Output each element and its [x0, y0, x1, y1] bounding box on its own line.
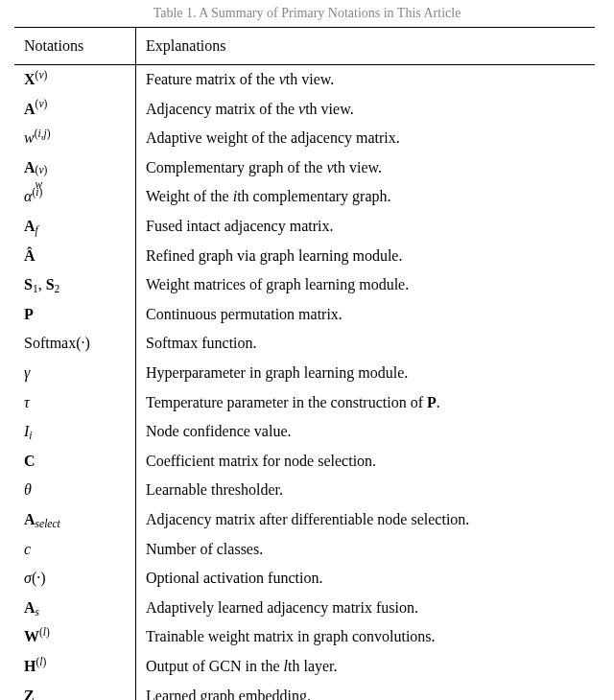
explanation-cell: Node confidence value.: [136, 417, 596, 447]
explanation-cell: Output of GCN in the lth layer.: [136, 651, 596, 681]
header-explanations: Explanations: [136, 28, 596, 65]
explanation-cell: Learnable thresholder.: [136, 476, 596, 505]
explanation-cell: Softmax function.: [136, 329, 596, 359]
explanation-cell: Complementary graph of the vth view.: [136, 152, 596, 182]
notation-cell: α(i): [14, 182, 136, 212]
notation-cell: Z: [14, 681, 136, 700]
explanation-cell: Weight of the ith complementary graph.: [136, 182, 596, 212]
notation-cell: A(v): [14, 94, 136, 124]
notation-cell: c: [14, 534, 136, 564]
explanation-cell: Coefficient matrix for node selection.: [136, 446, 596, 476]
notation-cell: Â: [14, 241, 136, 270]
notation-cell: P: [14, 299, 136, 329]
notation-cell: γ: [14, 359, 136, 388]
table-row: AfFused intact adjacency matrix.: [14, 212, 595, 242]
table-row: H(l)Output of GCN in the lth layer.: [14, 651, 595, 681]
table-row: Softmax(·)Softmax function.: [14, 329, 595, 359]
table-row: AsAdaptively learned adjacency matrix fu…: [14, 593, 595, 622]
table-row: α(i)Weight of the ith complementary grap…: [14, 182, 595, 212]
notation-cell: σ(·): [14, 564, 136, 594]
table-row: σ(·)Optional activation function.: [14, 564, 595, 594]
notation-cell: S1, S2: [14, 270, 136, 300]
notation-cell: Ii: [14, 417, 136, 447]
notation-table: NotationsExplanationsX(v)Feature matrix …: [14, 27, 595, 700]
notation-cell: Softmax(·): [14, 329, 136, 359]
table-header-row: NotationsExplanations: [14, 28, 595, 65]
table-row: τTemperature parameter in the constructi…: [14, 387, 595, 417]
explanation-cell: Adaptive weight of the adjacency matrix.: [136, 124, 596, 153]
explanation-cell: Fused intact adjacency matrix.: [136, 212, 596, 242]
table-row: A(v)wComplementary graph of the vth view…: [14, 152, 595, 182]
explanation-cell: Learned graph embedding.: [136, 681, 596, 700]
table-row: θLearnable thresholder.: [14, 476, 595, 505]
explanation-cell: Adjacency matrix after differentiable no…: [136, 505, 596, 535]
notation-cell: X(v): [14, 64, 136, 94]
table-row: cNumber of classes.: [14, 534, 595, 564]
table-row: A(v)Adjacency matrix of the vth view.: [14, 94, 595, 124]
notation-cell: w(i,j): [14, 124, 136, 153]
table-row: w(i,j)Adaptive weight of the adjacency m…: [14, 124, 595, 153]
table-row: S1, S2Weight matrices of graph learning …: [14, 270, 595, 300]
table-row: ZLearned graph embedding.: [14, 681, 595, 700]
notation-cell: A(v)w: [14, 152, 136, 182]
notation-cell: C: [14, 446, 136, 476]
table-row: PContinuous permutation matrix.: [14, 299, 595, 329]
notation-cell: H(l): [14, 651, 136, 681]
table-caption: Table 1. A Summary of Primary Notations …: [0, 0, 614, 27]
header-notations: Notations: [14, 28, 136, 65]
explanation-cell: Adaptively learned adjacency matrix fusi…: [136, 593, 596, 622]
notation-cell: Af: [14, 212, 136, 242]
notation-cell: W(l): [14, 622, 136, 652]
notation-cell: Aselect: [14, 505, 136, 535]
explanation-cell: Hyperparameter in graph learning module.: [136, 359, 596, 388]
notation-cell: θ: [14, 476, 136, 505]
explanation-cell: Feature matrix of the vth view.: [136, 64, 596, 94]
explanation-cell: Adjacency matrix of the vth view.: [136, 94, 596, 124]
explanation-cell: Number of classes.: [136, 534, 596, 564]
table-row: CCoefficient matrix for node selection.: [14, 446, 595, 476]
explanation-cell: Continuous permutation matrix.: [136, 299, 596, 329]
table-row: ÂRefined graph via graph learning module…: [14, 241, 595, 270]
table-row: γHyperparameter in graph learning module…: [14, 359, 595, 388]
table-row: IiNode confidence value.: [14, 417, 595, 447]
explanation-cell: Temperature parameter in the constructio…: [136, 387, 596, 417]
table-row: X(v)Feature matrix of the vth view.: [14, 64, 595, 94]
explanation-cell: Weight matrices of graph learning module…: [136, 270, 596, 300]
notation-cell: τ: [14, 387, 136, 417]
explanation-cell: Optional activation function.: [136, 564, 596, 594]
table-row: W(l)Trainable weight matrix in graph con…: [14, 622, 595, 652]
explanation-cell: Refined graph via graph learning module.: [136, 241, 596, 270]
notation-cell: As: [14, 593, 136, 622]
table-row: AselectAdjacency matrix after differenti…: [14, 505, 595, 535]
explanation-cell: Trainable weight matrix in graph convolu…: [136, 622, 596, 652]
